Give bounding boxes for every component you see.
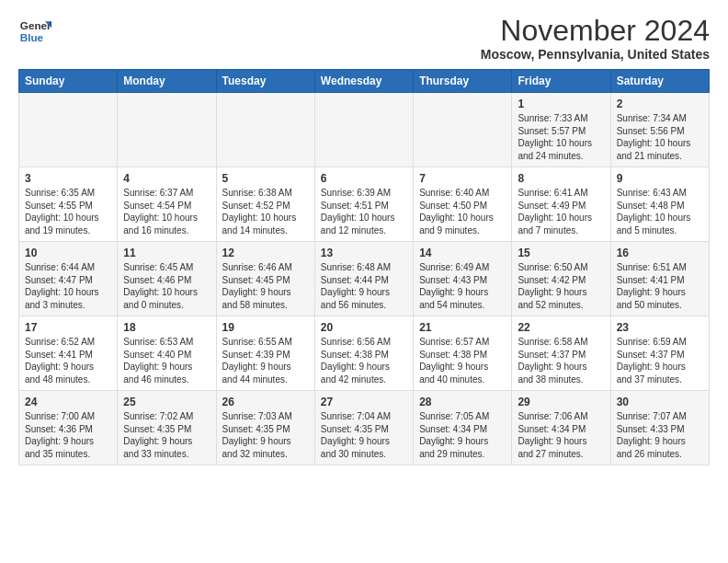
- calendar-cell: 2Sunrise: 7:34 AM Sunset: 5:56 PM Daylig…: [610, 93, 709, 167]
- calendar-cell: 11Sunrise: 6:45 AM Sunset: 4:46 PM Dayli…: [118, 242, 216, 316]
- day-number: 10: [25, 247, 111, 259]
- location: Moscow, Pennsylvania, United States: [481, 47, 710, 62]
- day-number: 1: [518, 98, 604, 110]
- calendar-cell: 15Sunrise: 6:50 AM Sunset: 4:42 PM Dayli…: [512, 242, 610, 316]
- calendar-cell: 28Sunrise: 7:05 AM Sunset: 4:34 PM Dayli…: [414, 391, 512, 465]
- cell-info: Sunrise: 6:56 AM Sunset: 4:38 PM Dayligh…: [321, 336, 407, 385]
- calendar-week-row: 17Sunrise: 6:52 AM Sunset: 4:41 PM Dayli…: [19, 316, 710, 391]
- weekday-header: Thursday: [414, 70, 512, 93]
- calendar-cell: 25Sunrise: 7:02 AM Sunset: 4:35 PM Dayli…: [118, 391, 216, 465]
- calendar-week-row: 3Sunrise: 6:35 AM Sunset: 4:55 PM Daylig…: [19, 167, 710, 242]
- day-number: 14: [419, 247, 506, 259]
- title-block: November 2024 Moscow, Pennsylvania, Unit…: [481, 15, 710, 62]
- cell-info: Sunrise: 7:34 AM Sunset: 5:56 PM Dayligh…: [617, 112, 703, 162]
- cell-info: Sunrise: 6:55 AM Sunset: 4:39 PM Dayligh…: [222, 336, 309, 385]
- calendar-cell: 6Sunrise: 6:39 AM Sunset: 4:51 PM Daylig…: [314, 167, 413, 242]
- day-number: 23: [617, 321, 703, 334]
- calendar-cell: [216, 93, 314, 167]
- day-number: 21: [419, 321, 506, 334]
- calendar-cell: 13Sunrise: 6:48 AM Sunset: 4:44 PM Dayli…: [314, 242, 413, 316]
- cell-info: Sunrise: 7:05 AM Sunset: 4:34 PM Dayligh…: [419, 410, 506, 460]
- cell-info: Sunrise: 6:39 AM Sunset: 4:51 PM Dayligh…: [321, 187, 407, 236]
- cell-info: Sunrise: 6:51 AM Sunset: 4:41 PM Dayligh…: [617, 261, 703, 311]
- cell-info: Sunrise: 6:35 AM Sunset: 4:55 PM Dayligh…: [25, 187, 111, 236]
- cell-info: Sunrise: 7:03 AM Sunset: 4:35 PM Dayligh…: [222, 410, 309, 460]
- cell-info: Sunrise: 7:00 AM Sunset: 4:36 PM Dayligh…: [25, 410, 111, 460]
- day-number: 4: [123, 172, 210, 185]
- cell-info: Sunrise: 6:43 AM Sunset: 4:48 PM Dayligh…: [617, 187, 703, 236]
- calendar-cell: 17Sunrise: 6:52 AM Sunset: 4:41 PM Dayli…: [19, 316, 118, 391]
- day-number: 11: [123, 247, 210, 259]
- calendar-cell: 27Sunrise: 7:04 AM Sunset: 4:35 PM Dayli…: [314, 391, 413, 465]
- day-number: 29: [518, 396, 604, 408]
- day-number: 28: [419, 396, 506, 408]
- calendar-cell: [19, 93, 118, 167]
- cell-info: Sunrise: 7:33 AM Sunset: 5:57 PM Dayligh…: [518, 112, 604, 162]
- cell-info: Sunrise: 6:58 AM Sunset: 4:37 PM Dayligh…: [518, 336, 604, 385]
- calendar-cell: [118, 93, 216, 167]
- svg-text:Blue: Blue: [20, 31, 44, 43]
- calendar-cell: 5Sunrise: 6:38 AM Sunset: 4:52 PM Daylig…: [216, 167, 314, 242]
- cell-info: Sunrise: 6:52 AM Sunset: 4:41 PM Dayligh…: [25, 336, 111, 385]
- calendar-cell: 16Sunrise: 6:51 AM Sunset: 4:41 PM Dayli…: [610, 242, 709, 316]
- svg-text:General: General: [20, 19, 51, 31]
- cell-info: Sunrise: 6:46 AM Sunset: 4:45 PM Dayligh…: [222, 261, 309, 311]
- calendar-cell: 22Sunrise: 6:58 AM Sunset: 4:37 PM Dayli…: [512, 316, 610, 391]
- calendar-cell: 10Sunrise: 6:44 AM Sunset: 4:47 PM Dayli…: [19, 242, 118, 316]
- calendar-week-row: 1Sunrise: 7:33 AM Sunset: 5:57 PM Daylig…: [19, 93, 710, 167]
- calendar-cell: 14Sunrise: 6:49 AM Sunset: 4:43 PM Dayli…: [414, 242, 512, 316]
- day-number: 18: [123, 321, 210, 334]
- cell-info: Sunrise: 6:59 AM Sunset: 4:37 PM Dayligh…: [617, 336, 703, 385]
- cell-info: Sunrise: 6:41 AM Sunset: 4:49 PM Dayligh…: [518, 187, 604, 236]
- cell-info: Sunrise: 6:45 AM Sunset: 4:46 PM Dayligh…: [123, 261, 210, 311]
- day-number: 8: [518, 172, 604, 185]
- day-number: 6: [321, 172, 407, 185]
- weekday-header-row: SundayMondayTuesdayWednesdayThursdayFrid…: [19, 70, 710, 93]
- day-number: 24: [25, 396, 111, 408]
- calendar-cell: 3Sunrise: 6:35 AM Sunset: 4:55 PM Daylig…: [19, 167, 118, 242]
- cell-info: Sunrise: 6:50 AM Sunset: 4:42 PM Dayligh…: [518, 261, 604, 311]
- weekday-header: Saturday: [610, 70, 709, 93]
- calendar-cell: [314, 93, 413, 167]
- cell-info: Sunrise: 7:02 AM Sunset: 4:35 PM Dayligh…: [123, 410, 210, 460]
- calendar-cell: 18Sunrise: 6:53 AM Sunset: 4:40 PM Dayli…: [118, 316, 216, 391]
- calendar-week-row: 10Sunrise: 6:44 AM Sunset: 4:47 PM Dayli…: [19, 242, 710, 316]
- cell-info: Sunrise: 6:40 AM Sunset: 4:50 PM Dayligh…: [419, 187, 506, 236]
- cell-info: Sunrise: 7:06 AM Sunset: 4:34 PM Dayligh…: [518, 410, 604, 460]
- cell-info: Sunrise: 6:49 AM Sunset: 4:43 PM Dayligh…: [419, 261, 506, 311]
- page-header: General Blue November 2024 Moscow, Penns…: [18, 15, 710, 62]
- weekday-header: Tuesday: [216, 70, 314, 93]
- calendar-cell: 30Sunrise: 7:07 AM Sunset: 4:33 PM Dayli…: [610, 391, 709, 465]
- day-number: 9: [617, 172, 703, 185]
- weekday-header: Friday: [512, 70, 610, 93]
- logo-icon: General Blue: [18, 15, 51, 48]
- cell-info: Sunrise: 6:44 AM Sunset: 4:47 PM Dayligh…: [25, 261, 111, 311]
- logo: General Blue: [18, 15, 51, 48]
- day-number: 25: [123, 396, 210, 408]
- day-number: 22: [518, 321, 604, 334]
- day-number: 30: [617, 396, 703, 408]
- day-number: 3: [25, 172, 111, 185]
- calendar-cell: 12Sunrise: 6:46 AM Sunset: 4:45 PM Dayli…: [216, 242, 314, 316]
- calendar-cell: 24Sunrise: 7:00 AM Sunset: 4:36 PM Dayli…: [19, 391, 118, 465]
- weekday-header: Sunday: [19, 70, 118, 93]
- calendar-cell: 9Sunrise: 6:43 AM Sunset: 4:48 PM Daylig…: [610, 167, 709, 242]
- calendar-cell: 29Sunrise: 7:06 AM Sunset: 4:34 PM Dayli…: [512, 391, 610, 465]
- cell-info: Sunrise: 7:07 AM Sunset: 4:33 PM Dayligh…: [617, 410, 703, 460]
- day-number: 5: [222, 172, 309, 185]
- day-number: 7: [419, 172, 506, 185]
- calendar-table: SundayMondayTuesdayWednesdayThursdayFrid…: [18, 69, 710, 465]
- calendar-cell: 4Sunrise: 6:37 AM Sunset: 4:54 PM Daylig…: [118, 167, 216, 242]
- calendar-cell: 7Sunrise: 6:40 AM Sunset: 4:50 PM Daylig…: [414, 167, 512, 242]
- calendar-cell: 23Sunrise: 6:59 AM Sunset: 4:37 PM Dayli…: [610, 316, 709, 391]
- calendar-cell: 1Sunrise: 7:33 AM Sunset: 5:57 PM Daylig…: [512, 93, 610, 167]
- cell-info: Sunrise: 6:53 AM Sunset: 4:40 PM Dayligh…: [123, 336, 210, 385]
- day-number: 26: [222, 396, 309, 408]
- calendar-cell: 19Sunrise: 6:55 AM Sunset: 4:39 PM Dayli…: [216, 316, 314, 391]
- day-number: 20: [321, 321, 407, 334]
- cell-info: Sunrise: 6:37 AM Sunset: 4:54 PM Dayligh…: [123, 187, 210, 236]
- calendar-cell: [414, 93, 512, 167]
- cell-info: Sunrise: 6:57 AM Sunset: 4:38 PM Dayligh…: [419, 336, 506, 385]
- day-number: 2: [617, 98, 703, 110]
- day-number: 19: [222, 321, 309, 334]
